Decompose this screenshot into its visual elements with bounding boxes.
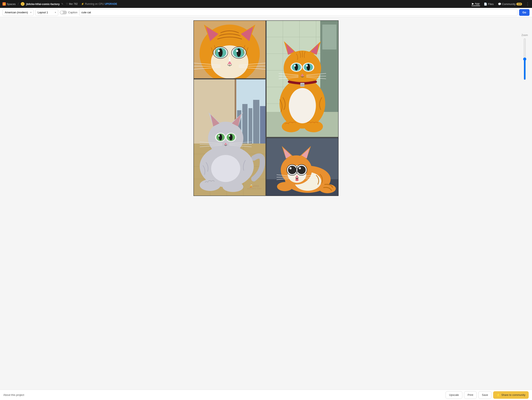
svg-rect-38 xyxy=(322,25,336,50)
layout-select[interactable]: Layout 1 ▾ xyxy=(35,9,58,16)
svg-point-108 xyxy=(222,182,243,192)
upgrade-link[interactable]: UPGRADE xyxy=(105,2,117,5)
share-icon: 🌟 xyxy=(496,393,500,397)
comic-panel-4 xyxy=(266,138,339,196)
heart-icon: ♡ xyxy=(66,2,68,5)
svg-point-54 xyxy=(306,65,308,67)
svg-point-51 xyxy=(295,64,298,71)
files-icon: 📄 xyxy=(484,2,487,6)
comic-panel-1 xyxy=(193,20,266,79)
style-select-arrow: ▾ xyxy=(30,11,31,13)
comic-panel-3: ahhhfs AHHHFS.COM 🧝ahhhfs AHHHFS.COM xyxy=(193,79,266,196)
share-button[interactable]: 🌟 Share to community xyxy=(493,391,529,399)
comic-grid: LUCKY xyxy=(193,20,339,196)
tab-app[interactable]: ▶ App xyxy=(472,2,480,6)
svg-rect-75 xyxy=(260,106,266,146)
toggle-knob xyxy=(60,11,63,14)
like-label: like xyxy=(69,2,73,5)
repo-path[interactable]: jbilcke-hf/ai-comic-factory xyxy=(26,2,60,6)
separator: / xyxy=(18,2,19,6)
user-avatar: j xyxy=(21,2,25,6)
spaces-label: Spaces xyxy=(7,2,16,6)
tab-community[interactable]: 💬 Community 110 xyxy=(498,2,522,6)
upscale-button[interactable]: Upscale xyxy=(446,391,462,399)
svg-rect-74 xyxy=(253,100,259,146)
svg-point-107 xyxy=(200,179,221,191)
layout-select-arrow: ▾ xyxy=(55,11,56,13)
svg-point-140 xyxy=(319,184,336,193)
like-count: 782 xyxy=(74,2,78,5)
bottom-bar: About this project Upscale Print Save 🌟 … xyxy=(0,390,532,400)
about-link[interactable]: About this project xyxy=(3,393,24,396)
caption-label: Caption xyxy=(68,11,77,14)
top-bar-right: ▶ App 📄 Files 💬 Community 110 ⋮ xyxy=(472,2,530,6)
toolbar: American (modern) ▾ Layout 1 ▾ Caption G… xyxy=(0,8,532,17)
more-button[interactable]: ⋮ xyxy=(526,2,530,6)
edit-icon[interactable]: ✎ xyxy=(61,2,63,5)
svg-text:LUCKY: LUCKY xyxy=(300,84,305,86)
running-label: Running on xyxy=(85,2,98,5)
app-icon: ▶ xyxy=(472,2,474,5)
svg-point-13 xyxy=(218,50,220,52)
bottom-bar-actions: Upscale Print Save 🌟 Share to community xyxy=(446,391,529,399)
svg-point-53 xyxy=(294,65,296,67)
svg-point-41 xyxy=(289,88,316,123)
community-icon: 💬 xyxy=(498,2,501,6)
caption-toggle-container: Caption xyxy=(60,11,77,14)
zoom-label: Zoom xyxy=(521,34,528,37)
tab-app-label: App xyxy=(475,2,480,5)
svg-point-96 xyxy=(229,134,233,140)
running-cpu: CPU xyxy=(99,2,104,5)
svg-point-95 xyxy=(219,134,222,140)
svg-point-139 xyxy=(277,182,293,191)
share-label: Share to community xyxy=(501,393,525,396)
main-content: LUCKY xyxy=(0,17,532,390)
style-select[interactable]: American (modern) ▾ xyxy=(2,9,34,16)
svg-point-97 xyxy=(218,135,220,137)
svg-point-124 xyxy=(288,166,296,174)
svg-point-12 xyxy=(237,48,241,57)
zoom-slider-wrapper xyxy=(524,38,526,80)
top-bar: 🤗 Spaces / j jbilcke-hf/ai-comic-factory… xyxy=(0,0,532,8)
tab-files-label: Files xyxy=(488,2,494,6)
print-button[interactable]: Print xyxy=(464,391,477,399)
community-badge: 110 xyxy=(516,3,522,5)
svg-point-11 xyxy=(218,48,222,57)
like-section[interactable]: ♡ like 782 xyxy=(66,2,78,5)
svg-point-52 xyxy=(307,64,310,71)
svg-point-127 xyxy=(299,167,301,169)
zoom-slider[interactable] xyxy=(524,38,526,80)
save-button[interactable]: Save xyxy=(478,391,492,399)
style-select-value: American (modern) xyxy=(5,11,29,14)
svg-point-85 xyxy=(211,155,240,182)
svg-rect-18 xyxy=(229,57,230,61)
running-icon: ⚡ xyxy=(81,2,84,5)
svg-point-132 xyxy=(295,179,299,181)
spaces-nav[interactable]: 🤗 Spaces xyxy=(2,2,16,6)
comic-panel-2: LUCKY xyxy=(266,20,339,137)
svg-point-125 xyxy=(297,166,306,174)
prompt-input[interactable] xyxy=(79,9,518,16)
go-button[interactable]: Go xyxy=(519,9,530,16)
svg-point-14 xyxy=(236,50,238,52)
svg-point-126 xyxy=(290,167,291,169)
tab-files[interactable]: 📄 Files xyxy=(483,2,494,6)
zoom-panel: Zoom xyxy=(521,34,528,80)
tab-community-label: Community xyxy=(502,2,516,6)
repo-name: ai-comic-factory xyxy=(39,2,60,6)
svg-rect-73 xyxy=(248,108,252,146)
layout-select-value: Layout 1 xyxy=(38,11,54,14)
spaces-icon: 🤗 xyxy=(2,2,6,6)
caption-toggle[interactable] xyxy=(60,11,67,14)
running-badge: ⚡ Running on CPU UPGRADE xyxy=(81,2,117,5)
user-name: jbilcke-hf xyxy=(26,2,38,6)
svg-point-98 xyxy=(229,135,230,137)
